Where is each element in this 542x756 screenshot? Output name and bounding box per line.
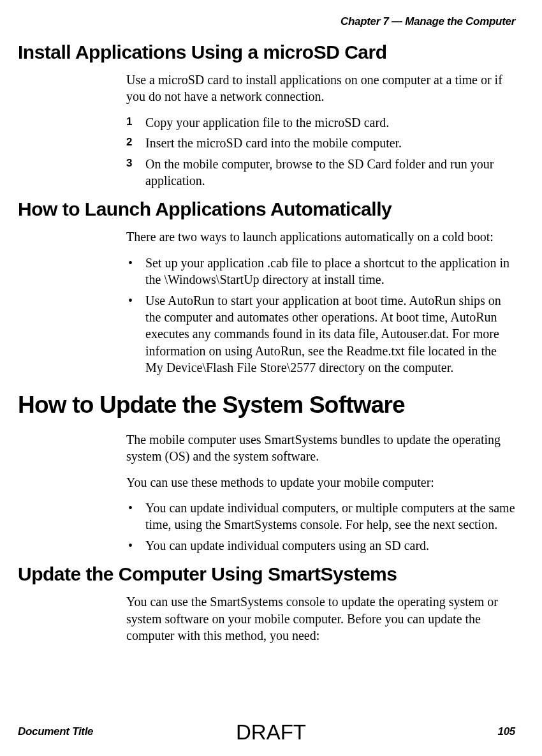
- bullet-item: Set up your application .cab file to pla…: [126, 255, 515, 288]
- step-number: 3: [126, 156, 132, 170]
- step-text: Copy your application file to the microS…: [145, 115, 389, 130]
- section3-p2: You can use these methods to update your…: [126, 474, 515, 491]
- footer-doc-title: Document Title: [18, 725, 93, 738]
- heading-install-microsd: Install Applications Using a microSD Car…: [18, 41, 515, 64]
- step-number: 1: [126, 115, 132, 129]
- bullet-item: Use AutoRun to start your application at…: [126, 292, 515, 376]
- bullet-item: You can update individual computers, or …: [126, 500, 515, 533]
- step-1: 1Copy your application file to the micro…: [126, 114, 515, 131]
- page: Chapter 7 — Manage the Computer Install …: [0, 0, 542, 756]
- bullet-text: You can update individual computers usin…: [145, 538, 429, 552]
- footer-page-number: 105: [498, 725, 515, 738]
- heading-launch-auto: How to Launch Applications Automatically: [18, 198, 515, 221]
- section1-intro: Use a microSD card to install applicatio…: [126, 71, 515, 105]
- heading-update-smartsystems: Update the Computer Using SmartSystems: [18, 563, 515, 586]
- step-text: Insert the microSD card into the mobile …: [145, 136, 402, 150]
- step-text: On the mobile computer, browse to the SD…: [145, 157, 494, 188]
- section3-bullets: You can update individual computers, or …: [126, 500, 515, 554]
- section3-p1: The mobile computer uses SmartSystems bu…: [126, 431, 515, 465]
- running-header: Chapter 7 — Manage the Computer: [18, 15, 515, 28]
- step-3: 3On the mobile computer, browse to the S…: [126, 156, 515, 189]
- section2-intro: There are two ways to launch application…: [126, 228, 515, 245]
- step-2: 2Insert the microSD card into the mobile…: [126, 135, 515, 151]
- step-number: 2: [126, 135, 132, 149]
- bullet-text: Use AutoRun to start your application at…: [145, 293, 501, 375]
- bullet-text: You can update individual computers, or …: [145, 501, 515, 531]
- section1-steps: 1Copy your application file to the micro…: [126, 114, 515, 189]
- heading-update-system: How to Update the System Software: [18, 391, 515, 419]
- bullet-item: You can update individual computers usin…: [126, 537, 515, 554]
- section4-intro: You can use the SmartSystems console to …: [126, 593, 515, 644]
- page-footer: Document Title 105: [18, 725, 515, 738]
- bullet-text: Set up your application .cab file to pla…: [145, 256, 509, 286]
- section2-bullets: Set up your application .cab file to pla…: [126, 255, 515, 376]
